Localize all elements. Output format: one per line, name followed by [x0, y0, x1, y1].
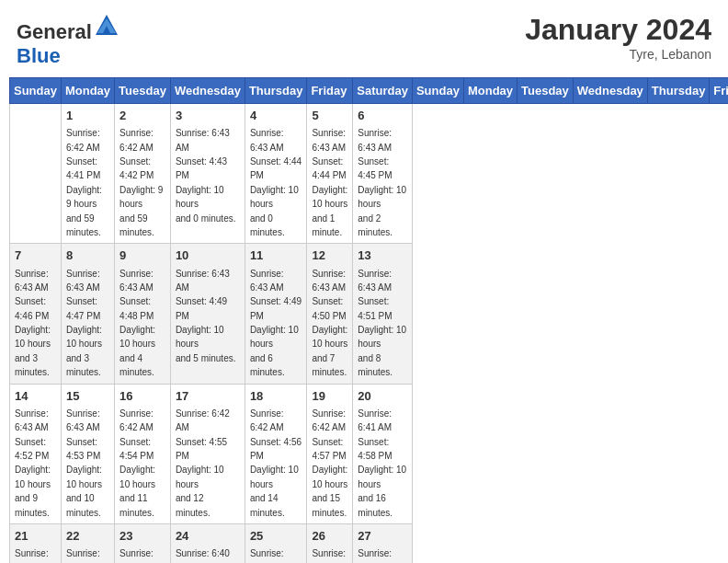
calendar-cell: 4Sunrise: 6:43 AM Sunset: 4:44 PM Daylig… [245, 104, 307, 244]
calendar-header-tuesday: Tuesday [518, 78, 574, 104]
calendar-table: SundayMondayTuesdayWednesdayThursdayFrid… [9, 77, 728, 563]
calendar-header-monday: Monday [61, 78, 114, 104]
calendar-cell: 19Sunrise: 6:42 AM Sunset: 4:57 PM Dayli… [307, 384, 353, 523]
day-number: 9 [119, 247, 165, 264]
day-info: Sunrise: 6:39 AM Sunset: 5:02 PM Dayligh… [250, 548, 301, 563]
calendar-cell: 1Sunrise: 6:42 AM Sunset: 4:41 PM Daylig… [61, 104, 114, 244]
calendar-header-friday: Friday [307, 78, 353, 104]
day-number: 23 [119, 528, 165, 545]
calendar-cell: 6Sunrise: 6:43 AM Sunset: 4:45 PM Daylig… [353, 104, 413, 244]
calendar-cell [10, 104, 62, 244]
logo-blue-text: Blue [17, 44, 61, 67]
day-number: 25 [250, 528, 302, 545]
day-info: Sunrise: 6:43 AM Sunset: 4:49 PM Dayligh… [176, 269, 236, 363]
calendar-week-row: 14Sunrise: 6:43 AM Sunset: 4:52 PM Dayli… [10, 384, 729, 523]
day-number: 15 [66, 388, 109, 405]
calendar-header-sunday: Sunday [412, 78, 463, 104]
calendar-cell: 26Sunrise: 6:39 AM Sunset: 5:03 PM Dayli… [307, 523, 353, 563]
day-info: Sunrise: 6:43 AM Sunset: 4:52 PM Dayligh… [15, 408, 51, 518]
day-number: 22 [66, 528, 109, 545]
day-number: 8 [66, 247, 109, 264]
day-info: Sunrise: 6:42 AM Sunset: 4:55 PM Dayligh… [176, 408, 230, 518]
calendar-header-sunday: Sunday [10, 78, 62, 104]
calendar-header-wednesday: Wednesday [573, 78, 647, 104]
calendar-cell: 9Sunrise: 6:43 AM Sunset: 4:48 PM Daylig… [115, 244, 171, 384]
calendar-cell: 7Sunrise: 6:43 AM Sunset: 4:46 PM Daylig… [10, 244, 62, 384]
day-info: Sunrise: 6:42 AM Sunset: 4:57 PM Dayligh… [312, 408, 347, 518]
calendar-cell: 27Sunrise: 6:38 AM Sunset: 5:04 PM Dayli… [353, 523, 413, 563]
day-info: Sunrise: 6:43 AM Sunset: 4:47 PM Dayligh… [66, 269, 102, 378]
location-subtitle: Tyre, Lebanon [525, 47, 711, 62]
day-info: Sunrise: 6:41 AM Sunset: 4:58 PM Dayligh… [358, 408, 406, 518]
calendar-header-friday: Friday [710, 78, 728, 104]
calendar-cell: 24Sunrise: 6:40 AM Sunset: 5:02 PM Dayli… [170, 523, 245, 563]
day-info: Sunrise: 6:43 AM Sunset: 4:48 PM Dayligh… [119, 269, 155, 378]
calendar-header-monday: Monday [463, 78, 517, 104]
day-number: 2 [119, 108, 165, 124]
day-number: 3 [176, 108, 240, 124]
day-info: Sunrise: 6:42 AM Sunset: 4:56 PM Dayligh… [250, 408, 301, 518]
day-info: Sunrise: 6:43 AM Sunset: 4:45 PM Dayligh… [358, 128, 406, 237]
day-info: Sunrise: 6:43 AM Sunset: 4:46 PM Dayligh… [15, 269, 51, 378]
day-number: 11 [250, 247, 302, 264]
calendar-cell: 2Sunrise: 6:42 AM Sunset: 4:42 PM Daylig… [115, 104, 171, 244]
calendar-header-thursday: Thursday [245, 78, 307, 104]
day-number: 27 [358, 528, 407, 545]
day-info: Sunrise: 6:43 AM Sunset: 4:53 PM Dayligh… [66, 408, 102, 518]
calendar-cell: 25Sunrise: 6:39 AM Sunset: 5:02 PM Dayli… [245, 523, 307, 563]
calendar-header-thursday: Thursday [647, 78, 710, 104]
day-number: 18 [250, 388, 302, 405]
day-number: 14 [15, 388, 56, 405]
day-info: Sunrise: 6:40 AM Sunset: 5:00 PM Dayligh… [66, 548, 102, 563]
day-number: 26 [312, 528, 347, 545]
day-number: 7 [15, 247, 56, 264]
logo-general-text: General [17, 20, 92, 43]
day-info: Sunrise: 6:38 AM Sunset: 5:04 PM Dayligh… [358, 548, 406, 563]
calendar-header-saturday: Saturday [353, 78, 413, 104]
day-info: Sunrise: 6:43 AM Sunset: 4:51 PM Dayligh… [358, 269, 406, 378]
calendar-week-row: 7Sunrise: 6:43 AM Sunset: 4:46 PM Daylig… [10, 244, 729, 384]
calendar-cell: 8Sunrise: 6:43 AM Sunset: 4:47 PM Daylig… [61, 244, 114, 384]
calendar-cell: 13Sunrise: 6:43 AM Sunset: 4:51 PM Dayli… [353, 244, 413, 384]
calendar-cell: 10Sunrise: 6:43 AM Sunset: 4:49 PM Dayli… [170, 244, 245, 384]
calendar-header-tuesday: Tuesday [115, 78, 171, 104]
title-block: January 2024 Tyre, Lebanon [525, 13, 711, 62]
calendar-cell: 15Sunrise: 6:43 AM Sunset: 4:53 PM Dayli… [61, 384, 114, 523]
calendar-cell: 17Sunrise: 6:42 AM Sunset: 4:55 PM Dayli… [170, 384, 245, 523]
logo-icon [94, 13, 119, 39]
day-number: 12 [312, 247, 347, 264]
day-number: 1 [66, 108, 109, 124]
day-number: 10 [176, 247, 240, 264]
day-info: Sunrise: 6:43 AM Sunset: 4:43 PM Dayligh… [176, 128, 236, 223]
calendar-cell: 16Sunrise: 6:42 AM Sunset: 4:54 PM Dayli… [115, 384, 171, 523]
day-number: 4 [250, 108, 302, 124]
day-info: Sunrise: 6:41 AM Sunset: 4:59 PM Dayligh… [15, 548, 51, 563]
month-year-title: January 2024 [525, 13, 711, 47]
day-number: 20 [358, 388, 407, 405]
day-info: Sunrise: 6:43 AM Sunset: 4:49 PM Dayligh… [250, 269, 301, 378]
day-info: Sunrise: 6:42 AM Sunset: 4:41 PM Dayligh… [66, 128, 102, 237]
calendar-header-row: SundayMondayTuesdayWednesdayThursdayFrid… [10, 78, 729, 104]
day-number: 16 [119, 388, 165, 405]
day-info: Sunrise: 6:42 AM Sunset: 4:54 PM Dayligh… [119, 408, 155, 518]
calendar-cell: 3Sunrise: 6:43 AM Sunset: 4:43 PM Daylig… [170, 104, 245, 244]
day-info: Sunrise: 6:43 AM Sunset: 4:44 PM Dayligh… [312, 128, 347, 237]
day-number: 13 [358, 247, 407, 264]
calendar-week-row: 21Sunrise: 6:41 AM Sunset: 4:59 PM Dayli… [10, 523, 729, 563]
day-info: Sunrise: 6:43 AM Sunset: 4:44 PM Dayligh… [250, 128, 301, 237]
calendar-cell: 20Sunrise: 6:41 AM Sunset: 4:58 PM Dayli… [353, 384, 413, 523]
day-number: 5 [312, 108, 347, 124]
day-info: Sunrise: 6:42 AM Sunset: 4:42 PM Dayligh… [119, 128, 163, 237]
calendar-week-row: 1Sunrise: 6:42 AM Sunset: 4:41 PM Daylig… [10, 104, 729, 244]
day-info: Sunrise: 6:39 AM Sunset: 5:03 PM Dayligh… [312, 548, 347, 563]
calendar-header-wednesday: Wednesday [170, 78, 245, 104]
calendar-cell: 14Sunrise: 6:43 AM Sunset: 4:52 PM Dayli… [10, 384, 62, 523]
day-number: 21 [15, 528, 56, 545]
calendar-cell: 22Sunrise: 6:40 AM Sunset: 5:00 PM Dayli… [61, 523, 114, 563]
calendar-cell: 11Sunrise: 6:43 AM Sunset: 4:49 PM Dayli… [245, 244, 307, 384]
day-info: Sunrise: 6:43 AM Sunset: 4:50 PM Dayligh… [312, 269, 347, 378]
calendar-cell: 21Sunrise: 6:41 AM Sunset: 4:59 PM Dayli… [10, 523, 62, 563]
calendar-cell: 5Sunrise: 6:43 AM Sunset: 4:44 PM Daylig… [307, 104, 353, 244]
calendar-cell: 23Sunrise: 6:40 AM Sunset: 5:01 PM Dayli… [115, 523, 171, 563]
day-number: 6 [358, 108, 407, 124]
